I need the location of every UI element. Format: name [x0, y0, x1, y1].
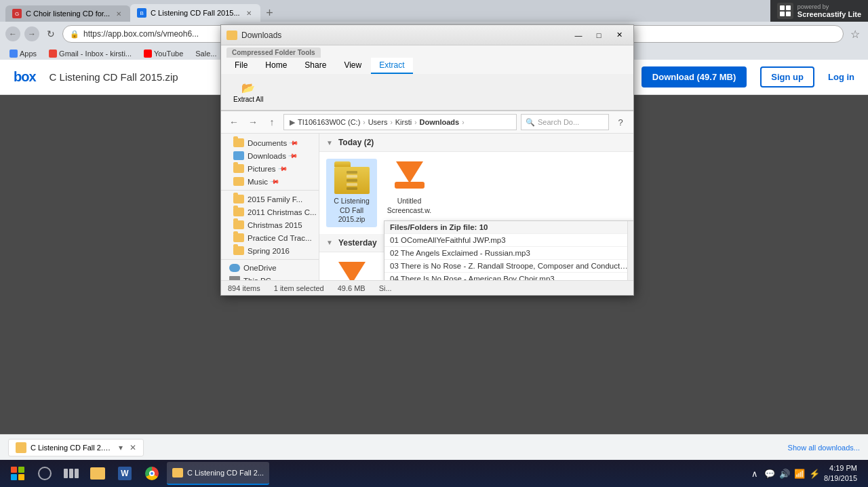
breadcrumb-sep1: › [363, 119, 365, 126]
cortana-btn[interactable] [33, 462, 57, 485]
bookmarks-star[interactable]: ☆ [848, 26, 863, 41]
tray-chevron[interactable]: ∧ [749, 468, 760, 479]
bookmark-gmail-favicon [49, 50, 57, 58]
windows-logo [11, 467, 24, 480]
sidebar-item-onedrive[interactable]: OneDrive [221, 262, 319, 274]
download-item-chevron[interactable]: ▾ [119, 443, 123, 452]
start-button[interactable] [5, 461, 30, 486]
box-download-btn[interactable]: Download (49.7 MB) [642, 66, 747, 87]
sidebar-item-2015family[interactable]: 2015 Family F... [221, 193, 319, 206]
ribbon-tab-file[interactable]: File [226, 58, 256, 74]
sidebar-item-downloads[interactable]: Downloads 📌 [221, 149, 319, 162]
bookmark-gmail-label: Gmail - Inbox - kirsti... [59, 50, 132, 58]
sidebar-item-documents[interactable]: Documents 📌 [221, 136, 319, 149]
box-filename: C Listening CD Fall 2015.zip [50, 71, 178, 83]
file-forthe[interactable]: For the beauty of the earth... [326, 259, 377, 280]
breadcrumb-sep3: › [414, 119, 416, 126]
forward-btn[interactable]: → [24, 26, 39, 41]
tray-power-icon[interactable]: ⚡ [809, 468, 820, 479]
breadcrumb-kirsti: Kirsti [395, 118, 412, 126]
taskbar-clock[interactable]: 4:19 PM 8/19/2015 [824, 463, 857, 484]
help-btn[interactable]: ? [613, 115, 628, 130]
screencastify-icon [777, 3, 793, 19]
sidebar-item-thispc[interactable]: This PC [221, 274, 319, 280]
breadcrumb-bar[interactable]: ▶ TI106163W0C (C:) › Users › Kirsti › Do… [283, 114, 517, 130]
back-nav-btn[interactable]: ← [226, 115, 241, 130]
taskview-btn[interactable] [60, 462, 83, 485]
sidebar-item-2011xmas[interactable]: 2011 Christmas C... [221, 206, 319, 218]
minimize-btn[interactable]: — [570, 29, 587, 41]
sidebar-label-2011xmas: 2011 Christmas C... [248, 208, 317, 216]
close-btn[interactable]: ✕ [610, 29, 628, 41]
sidebar-item-practice[interactable]: Practice Cd Trac... [221, 231, 319, 244]
search-box[interactable]: 🔍 Search Do... [521, 114, 609, 130]
ribbon-btn-extractall[interactable]: 📂 Extract All [228, 78, 269, 106]
ribbon-tab-home[interactable]: Home [257, 58, 295, 74]
pictures-pin-icon: 📌 [278, 163, 288, 174]
2015family-folder-icon [233, 195, 244, 203]
today-label: Today (2) [338, 138, 374, 147]
box-logo: box [14, 69, 36, 85]
tab-2[interactable]: B C Listening CD Fall 2015... ✕ [130, 4, 260, 22]
taskbar-downloads-btn[interactable]: C Listening CD Fall 2... [167, 462, 269, 485]
sidebar-label-2015family: 2015 Family F... [248, 195, 302, 203]
refresh-btn[interactable]: ↻ [43, 26, 58, 41]
zip-file-icon [334, 161, 370, 194]
file-zip[interactable]: C Listening CD Fall 2015.zip [326, 159, 377, 227]
box-signup-btn[interactable]: Sign up [760, 66, 814, 87]
ribbon-tab-view[interactable]: View [336, 58, 370, 74]
tray-message-icon[interactable]: 💬 [764, 468, 775, 479]
bookmark-yt-favicon [144, 50, 152, 58]
explorer-toolbar: ← → ↑ ▶ TI106163W0C (C:) › Users › Kirst… [221, 111, 633, 134]
bookmark-apps-label: Apps [20, 50, 37, 58]
music-folder-icon [233, 177, 244, 186]
taskbar-file-explorer[interactable] [85, 462, 110, 485]
spring2016-folder-icon [233, 246, 244, 255]
download-item-icon [16, 442, 26, 453]
sidebar-item-spring2016[interactable]: Spring 2016 [221, 244, 319, 257]
screencastify-text: powered by Screencastify Lite [797, 3, 861, 18]
tab-1[interactable]: G C Choir listening CD for... ✕ [5, 5, 130, 22]
extract-all-icon: 📂 [241, 81, 255, 94]
back-btn[interactable]: ← [5, 26, 20, 41]
bookmark-youtube[interactable]: YouTube [140, 48, 187, 59]
bookmark-gmail[interactable]: Gmail - Inbox - kirsti... [45, 48, 136, 59]
breadcrumb-sep4: › [462, 119, 464, 126]
search-icon: 🔍 [526, 118, 535, 127]
status-selected: 1 item selected [274, 284, 324, 292]
tray-network-icon[interactable]: 📶 [794, 468, 805, 479]
breadcrumb-part1: ▶ [290, 118, 295, 127]
up-nav-btn[interactable]: ↑ [264, 115, 279, 130]
status-size: 49.6 MB [338, 284, 366, 292]
download-item-1[interactable]: C Listening CD Fall 2....zip ▾ ✕ [8, 439, 144, 456]
taskbar-word[interactable]: W [113, 462, 137, 485]
bookmark-sale[interactable]: Sale... [191, 48, 220, 59]
file-vlc[interactable]: Untitled Screencast.w... [384, 159, 435, 227]
bookmark-apps[interactable]: Apps [5, 48, 41, 59]
ribbon-tab-share[interactable]: Share [296, 58, 334, 74]
ribbon: Compressed Folder Tools File Home Share … [221, 45, 633, 111]
tab-2-close[interactable]: ✕ [244, 8, 254, 18]
window-titlebar: Downloads — □ ✕ [221, 25, 633, 45]
bookmark-yt-label: YouTube [154, 50, 183, 58]
downloads-folder-icon [233, 151, 244, 160]
forward-nav-btn[interactable]: → [245, 115, 260, 130]
zip-scrollbar[interactable] [627, 221, 633, 280]
zip-item-3: 03 There is No Rose - Z. Randall Stroope… [384, 260, 633, 273]
zip-file-label: C Listening CD Fall 2015.zip [329, 197, 374, 225]
address-text: https://app.box.com/s/vmeoh6... [83, 29, 199, 39]
new-tab-btn[interactable]: + [260, 4, 279, 22]
download-item-close[interactable]: ✕ [130, 443, 136, 452]
sidebar-item-xmas2015[interactable]: Christmas 2015 [221, 218, 319, 231]
tab-1-close[interactable]: ✕ [114, 9, 123, 18]
box-login-btn[interactable]: Log in [828, 72, 854, 82]
today-section-header[interactable]: ▼ Today (2) [319, 134, 633, 152]
maximize-btn[interactable]: □ [590, 29, 608, 41]
sidebar-item-music[interactable]: Music 📌 [221, 175, 319, 188]
taskbar-chrome[interactable] [140, 462, 164, 485]
sidebar-label-practice: Practice Cd Trac... [248, 234, 312, 242]
show-all-downloads-link[interactable]: Show all downloads... [788, 444, 860, 452]
sidebar-item-pictures[interactable]: Pictures 📌 [221, 162, 319, 175]
ribbon-tab-extract[interactable]: Extract [371, 58, 412, 74]
tray-volume-icon[interactable]: 🔊 [779, 468, 790, 479]
